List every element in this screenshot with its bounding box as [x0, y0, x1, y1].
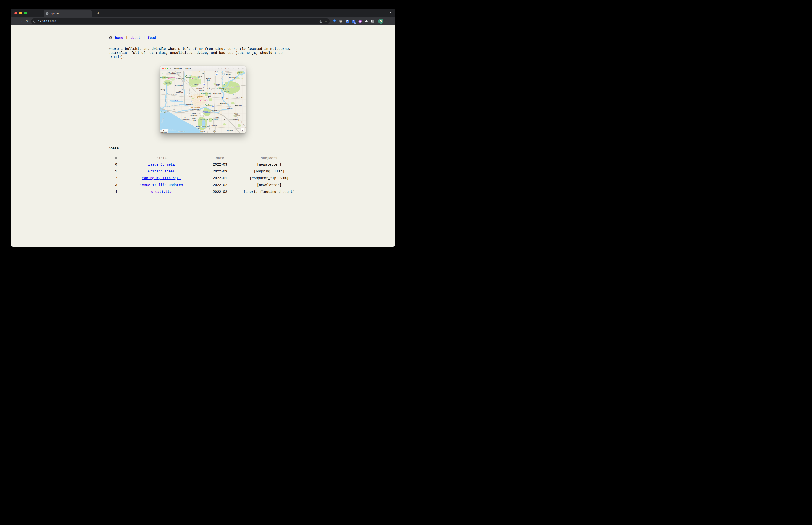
- reload-button[interactable]: ↻: [24, 20, 29, 23]
- posts-divider: [108, 153, 298, 153]
- post-link[interactable]: issue 0: meta: [148, 163, 175, 167]
- site-info-icon[interactable]: i: [33, 20, 36, 22]
- map-scale-bar: 5001,0001,500 m: [166, 72, 181, 74]
- map-add-icon: +: [236, 68, 237, 70]
- post-date: 2022-02: [199, 189, 241, 195]
- map-toolbar-icons: 3D +: [218, 68, 244, 70]
- post-subjects: [newsletter]: [241, 182, 298, 189]
- page-content: home|about|feed where I bullshit and dwi…: [108, 25, 298, 195]
- map-maps-icon: [221, 68, 223, 69]
- svg-text:UO: UO: [340, 20, 342, 21]
- extensions-puzzle-icon[interactable]: [365, 19, 368, 23]
- post-date: 2022-01: [199, 175, 241, 182]
- post-link[interactable]: creativity: [151, 190, 172, 194]
- map-minimize-icon: [164, 68, 166, 69]
- post-num: 2: [108, 175, 124, 182]
- post-date: 2022-03: [199, 168, 241, 175]
- globe-favicon-icon: [46, 12, 48, 15]
- map-screenshot: Melbourne — Victoria 3D +: [160, 66, 246, 133]
- post-title-cell: writing_ideas: [124, 168, 199, 175]
- balloon-extension-icon[interactable]: [333, 19, 336, 23]
- side-panel-icon[interactable]: [371, 19, 375, 23]
- map-lookaround-icon: [228, 68, 230, 69]
- posts-heading: posts: [108, 147, 298, 150]
- close-window-button[interactable]: [14, 12, 17, 14]
- profile-avatar[interactable]: G: [378, 19, 383, 24]
- address-bar[interactable]: i 127.0.0.1:8080 ☆: [31, 18, 330, 24]
- posts-table: # title date subjects 0issue 0: meta2022…: [108, 155, 298, 195]
- tab-title: updates: [50, 12, 86, 15]
- map-3d-button: 3D: [224, 68, 227, 69]
- url-text: 127.0.0.1:8080: [38, 20, 56, 23]
- route-shield: 40: [203, 84, 205, 85]
- map-directions-icon: [232, 68, 234, 70]
- map-canvas: 5001,0001,500 m ☁ 24° − + ▲N Ascot ValeB…: [160, 71, 246, 133]
- close-tab-icon[interactable]: ✕: [86, 12, 90, 16]
- post-row-0: 0issue 0: meta2022-03[newsletter]: [108, 161, 298, 168]
- post-subjects: [newsletter]: [241, 161, 298, 168]
- post-title-cell: creativity: [124, 189, 199, 195]
- post-subjects: [short, fleeting_thought]: [241, 189, 298, 195]
- post-title-cell: issue 1: life updates: [124, 182, 199, 189]
- post-title-cell: making_my_life_hjkl: [124, 175, 199, 182]
- route-shield: 29: [216, 73, 218, 75]
- post-row-1: 1writing_ideas2022-03[ongoing, list]: [108, 168, 298, 175]
- minimize-window-button[interactable]: [19, 12, 22, 14]
- post-subjects: [computer_tip, vim]: [241, 175, 298, 182]
- map-locate-icon: [218, 68, 219, 69]
- nav-link-about[interactable]: about: [130, 36, 141, 40]
- map-zoom-in: +: [238, 129, 240, 131]
- col-date: date: [199, 155, 241, 161]
- map-close-icon: [162, 68, 164, 69]
- post-num: 4: [108, 189, 124, 195]
- nav-separator: |: [126, 36, 128, 40]
- session-extension-icon[interactable]: S 8: [352, 19, 356, 23]
- map-compass: − + ▲N: [237, 128, 244, 132]
- new-tab-button[interactable]: +: [96, 11, 101, 16]
- map-zoom-out: −: [237, 129, 238, 131]
- session-badge: 8: [354, 22, 356, 24]
- map-base-art: [160, 71, 246, 133]
- password-manager-extension-icon[interactable]: [345, 19, 349, 23]
- map-titlebar: Melbourne — Victoria 3D +: [160, 66, 246, 71]
- map-sidebar-icon: [170, 68, 172, 69]
- post-link[interactable]: writing_ideas: [148, 170, 175, 174]
- technologist-emoji-icon: [108, 36, 113, 40]
- nav-links: home|about|feed: [115, 36, 156, 40]
- nav-link-home[interactable]: home: [115, 36, 123, 40]
- svg-text:LR: LR: [359, 20, 361, 22]
- intro-text: where I bullshit and dwindle what's left…: [108, 47, 298, 59]
- nav-link-feed[interactable]: feed: [148, 36, 156, 40]
- zoom-window-button[interactable]: [24, 12, 27, 14]
- browser-menu-icon[interactable]: ⋮: [388, 19, 392, 23]
- post-date: 2022-03: [199, 161, 241, 168]
- post-num: 1: [108, 168, 124, 175]
- post-row-3: 3issue 1: life updates2022-02[newsletter…: [108, 182, 298, 189]
- col-subjects: subjects: [241, 155, 298, 161]
- post-link[interactable]: making_my_life_hjkl: [142, 177, 181, 180]
- tab-search-chevron-icon[interactable]: [389, 11, 392, 13]
- browser-toolbar: ← → ↻ i 127.0.0.1:8080 ☆ UO S 8: [11, 17, 395, 25]
- site-nav: home|about|feed: [108, 36, 298, 40]
- post-num: 0: [108, 161, 124, 168]
- forward-button[interactable]: →: [18, 19, 24, 23]
- map-window: Melbourne — Victoria 3D +: [160, 66, 246, 133]
- map-share-icon: [238, 68, 240, 70]
- post-title-cell: issue 0: meta: [124, 161, 199, 168]
- map-weather-badge: ☁ 24°: [162, 129, 168, 131]
- back-button[interactable]: ←: [13, 19, 18, 23]
- post-link[interactable]: issue 1: life updates: [140, 183, 183, 187]
- window-controls: [14, 12, 27, 14]
- ublock-extension-icon[interactable]: UO: [339, 19, 343, 23]
- nav-divider: [108, 43, 298, 44]
- route-shield: M3: [222, 84, 226, 85]
- nav-separator: |: [143, 36, 145, 40]
- share-icon[interactable]: [319, 20, 322, 23]
- post-num: 3: [108, 182, 124, 189]
- bookmark-star-icon[interactable]: ☆: [324, 20, 327, 23]
- posts-header-row: # title date subjects: [108, 155, 298, 161]
- tab-updates[interactable]: updates ✕: [44, 10, 92, 17]
- tab-strip: updates ✕ +: [11, 9, 395, 17]
- lr-extension-icon[interactable]: LR: [358, 19, 362, 23]
- current-location-dot: [222, 96, 224, 99]
